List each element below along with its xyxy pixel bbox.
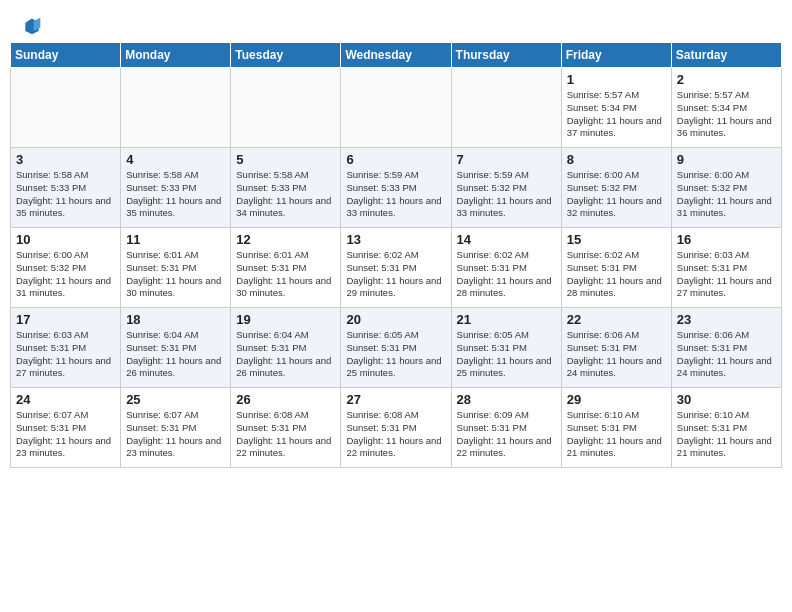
day-number: 20	[346, 312, 445, 327]
calendar-week-row: 3Sunrise: 5:58 AM Sunset: 5:33 PM Daylig…	[11, 148, 782, 228]
day-info: Sunrise: 5:58 AM Sunset: 5:33 PM Dayligh…	[16, 169, 115, 220]
day-number: 1	[567, 72, 666, 87]
calendar-cell	[231, 68, 341, 148]
weekday-header-sunday: Sunday	[11, 43, 121, 68]
day-number: 13	[346, 232, 445, 247]
calendar-cell: 16Sunrise: 6:03 AM Sunset: 5:31 PM Dayli…	[671, 228, 781, 308]
calendar-cell: 15Sunrise: 6:02 AM Sunset: 5:31 PM Dayli…	[561, 228, 671, 308]
day-number: 25	[126, 392, 225, 407]
day-info: Sunrise: 5:58 AM Sunset: 5:33 PM Dayligh…	[126, 169, 225, 220]
day-info: Sunrise: 5:59 AM Sunset: 5:32 PM Dayligh…	[457, 169, 556, 220]
calendar-cell: 22Sunrise: 6:06 AM Sunset: 5:31 PM Dayli…	[561, 308, 671, 388]
calendar-cell: 28Sunrise: 6:09 AM Sunset: 5:31 PM Dayli…	[451, 388, 561, 468]
calendar-cell: 20Sunrise: 6:05 AM Sunset: 5:31 PM Dayli…	[341, 308, 451, 388]
day-info: Sunrise: 6:01 AM Sunset: 5:31 PM Dayligh…	[126, 249, 225, 300]
calendar-cell	[11, 68, 121, 148]
day-number: 11	[126, 232, 225, 247]
calendar-cell: 8Sunrise: 6:00 AM Sunset: 5:32 PM Daylig…	[561, 148, 671, 228]
calendar-cell: 10Sunrise: 6:00 AM Sunset: 5:32 PM Dayli…	[11, 228, 121, 308]
calendar-cell: 29Sunrise: 6:10 AM Sunset: 5:31 PM Dayli…	[561, 388, 671, 468]
calendar-cell: 12Sunrise: 6:01 AM Sunset: 5:31 PM Dayli…	[231, 228, 341, 308]
day-info: Sunrise: 6:05 AM Sunset: 5:31 PM Dayligh…	[457, 329, 556, 380]
calendar-cell: 25Sunrise: 6:07 AM Sunset: 5:31 PM Dayli…	[121, 388, 231, 468]
day-number: 24	[16, 392, 115, 407]
day-number: 8	[567, 152, 666, 167]
day-number: 23	[677, 312, 776, 327]
calendar-table: SundayMondayTuesdayWednesdayThursdayFrid…	[10, 42, 782, 468]
day-info: Sunrise: 6:04 AM Sunset: 5:31 PM Dayligh…	[236, 329, 335, 380]
day-info: Sunrise: 6:07 AM Sunset: 5:31 PM Dayligh…	[16, 409, 115, 460]
calendar-week-row: 1Sunrise: 5:57 AM Sunset: 5:34 PM Daylig…	[11, 68, 782, 148]
calendar-cell: 26Sunrise: 6:08 AM Sunset: 5:31 PM Dayli…	[231, 388, 341, 468]
weekday-header-friday: Friday	[561, 43, 671, 68]
calendar-cell	[121, 68, 231, 148]
day-number: 4	[126, 152, 225, 167]
day-number: 14	[457, 232, 556, 247]
day-info: Sunrise: 6:08 AM Sunset: 5:31 PM Dayligh…	[236, 409, 335, 460]
calendar-cell: 30Sunrise: 6:10 AM Sunset: 5:31 PM Dayli…	[671, 388, 781, 468]
day-info: Sunrise: 6:08 AM Sunset: 5:31 PM Dayligh…	[346, 409, 445, 460]
calendar-cell: 17Sunrise: 6:03 AM Sunset: 5:31 PM Dayli…	[11, 308, 121, 388]
calendar-cell: 19Sunrise: 6:04 AM Sunset: 5:31 PM Dayli…	[231, 308, 341, 388]
day-number: 2	[677, 72, 776, 87]
day-info: Sunrise: 6:00 AM Sunset: 5:32 PM Dayligh…	[677, 169, 776, 220]
calendar-cell: 18Sunrise: 6:04 AM Sunset: 5:31 PM Dayli…	[121, 308, 231, 388]
calendar-cell: 6Sunrise: 5:59 AM Sunset: 5:33 PM Daylig…	[341, 148, 451, 228]
day-number: 6	[346, 152, 445, 167]
day-info: Sunrise: 6:05 AM Sunset: 5:31 PM Dayligh…	[346, 329, 445, 380]
calendar-cell: 27Sunrise: 6:08 AM Sunset: 5:31 PM Dayli…	[341, 388, 451, 468]
calendar-week-row: 24Sunrise: 6:07 AM Sunset: 5:31 PM Dayli…	[11, 388, 782, 468]
day-info: Sunrise: 6:02 AM Sunset: 5:31 PM Dayligh…	[346, 249, 445, 300]
weekday-header-wednesday: Wednesday	[341, 43, 451, 68]
day-number: 30	[677, 392, 776, 407]
calendar-cell: 14Sunrise: 6:02 AM Sunset: 5:31 PM Dayli…	[451, 228, 561, 308]
day-number: 28	[457, 392, 556, 407]
day-info: Sunrise: 6:09 AM Sunset: 5:31 PM Dayligh…	[457, 409, 556, 460]
day-info: Sunrise: 6:02 AM Sunset: 5:31 PM Dayligh…	[457, 249, 556, 300]
calendar-cell: 5Sunrise: 5:58 AM Sunset: 5:33 PM Daylig…	[231, 148, 341, 228]
weekday-header-row: SundayMondayTuesdayWednesdayThursdayFrid…	[11, 43, 782, 68]
weekday-header-monday: Monday	[121, 43, 231, 68]
calendar-cell: 7Sunrise: 5:59 AM Sunset: 5:32 PM Daylig…	[451, 148, 561, 228]
calendar-cell: 9Sunrise: 6:00 AM Sunset: 5:32 PM Daylig…	[671, 148, 781, 228]
day-info: Sunrise: 5:58 AM Sunset: 5:33 PM Dayligh…	[236, 169, 335, 220]
day-number: 15	[567, 232, 666, 247]
logo-icon	[22, 16, 42, 36]
calendar-cell	[451, 68, 561, 148]
calendar-cell: 2Sunrise: 5:57 AM Sunset: 5:34 PM Daylig…	[671, 68, 781, 148]
day-number: 10	[16, 232, 115, 247]
calendar-cell: 21Sunrise: 6:05 AM Sunset: 5:31 PM Dayli…	[451, 308, 561, 388]
day-number: 21	[457, 312, 556, 327]
day-info: Sunrise: 6:06 AM Sunset: 5:31 PM Dayligh…	[567, 329, 666, 380]
day-number: 22	[567, 312, 666, 327]
day-info: Sunrise: 5:57 AM Sunset: 5:34 PM Dayligh…	[677, 89, 776, 140]
day-info: Sunrise: 6:10 AM Sunset: 5:31 PM Dayligh…	[567, 409, 666, 460]
calendar-cell: 4Sunrise: 5:58 AM Sunset: 5:33 PM Daylig…	[121, 148, 231, 228]
day-info: Sunrise: 5:59 AM Sunset: 5:33 PM Dayligh…	[346, 169, 445, 220]
page-header	[10, 10, 782, 36]
day-info: Sunrise: 6:01 AM Sunset: 5:31 PM Dayligh…	[236, 249, 335, 300]
weekday-header-tuesday: Tuesday	[231, 43, 341, 68]
calendar-cell: 24Sunrise: 6:07 AM Sunset: 5:31 PM Dayli…	[11, 388, 121, 468]
day-number: 27	[346, 392, 445, 407]
calendar-cell: 1Sunrise: 5:57 AM Sunset: 5:34 PM Daylig…	[561, 68, 671, 148]
calendar-week-row: 10Sunrise: 6:00 AM Sunset: 5:32 PM Dayli…	[11, 228, 782, 308]
day-number: 3	[16, 152, 115, 167]
day-number: 17	[16, 312, 115, 327]
day-info: Sunrise: 6:02 AM Sunset: 5:31 PM Dayligh…	[567, 249, 666, 300]
weekday-header-saturday: Saturday	[671, 43, 781, 68]
logo	[20, 16, 42, 36]
day-number: 12	[236, 232, 335, 247]
day-info: Sunrise: 6:03 AM Sunset: 5:31 PM Dayligh…	[16, 329, 115, 380]
day-number: 5	[236, 152, 335, 167]
calendar-week-row: 17Sunrise: 6:03 AM Sunset: 5:31 PM Dayli…	[11, 308, 782, 388]
calendar-cell: 23Sunrise: 6:06 AM Sunset: 5:31 PM Dayli…	[671, 308, 781, 388]
day-info: Sunrise: 6:04 AM Sunset: 5:31 PM Dayligh…	[126, 329, 225, 380]
day-info: Sunrise: 6:06 AM Sunset: 5:31 PM Dayligh…	[677, 329, 776, 380]
calendar-cell	[341, 68, 451, 148]
weekday-header-thursday: Thursday	[451, 43, 561, 68]
calendar-cell: 13Sunrise: 6:02 AM Sunset: 5:31 PM Dayli…	[341, 228, 451, 308]
day-info: Sunrise: 5:57 AM Sunset: 5:34 PM Dayligh…	[567, 89, 666, 140]
day-number: 29	[567, 392, 666, 407]
day-info: Sunrise: 6:10 AM Sunset: 5:31 PM Dayligh…	[677, 409, 776, 460]
